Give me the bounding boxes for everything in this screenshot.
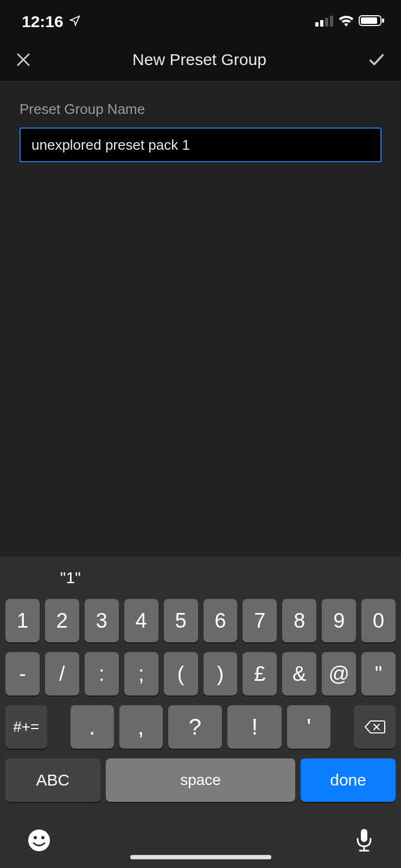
key-comma[interactable]: , xyxy=(119,705,163,749)
key-5[interactable]: 5 xyxy=(164,599,198,642)
status-time: 12:16 xyxy=(22,12,63,31)
svg-rect-14 xyxy=(361,829,367,842)
key-9[interactable]: 9 xyxy=(322,599,356,642)
key-8[interactable]: 8 xyxy=(282,599,316,642)
battery-icon xyxy=(359,15,385,29)
key-semicolon[interactable]: ; xyxy=(124,652,158,695)
key-3[interactable]: 3 xyxy=(85,599,119,642)
key-1[interactable]: 1 xyxy=(5,599,40,642)
key-row-3: #+= . , ? ! ' xyxy=(5,705,396,749)
key-row-2: - / : ; ( ) £ & @ " xyxy=(5,652,396,695)
key-row-1: 1 2 3 4 5 6 7 8 9 0 xyxy=(5,599,396,642)
keyboard: "1" 1 2 3 4 5 6 7 8 9 0 - / : ; ( xyxy=(0,557,401,868)
close-button[interactable] xyxy=(15,52,31,68)
key-at[interactable]: @ xyxy=(322,652,356,695)
svg-point-12 xyxy=(34,836,37,839)
svg-point-13 xyxy=(41,836,44,839)
key-dash[interactable]: - xyxy=(5,652,40,695)
preset-group-name-input[interactable] xyxy=(20,127,381,162)
key-ampersand[interactable]: & xyxy=(282,652,316,695)
svg-rect-6 xyxy=(382,18,384,23)
key-6[interactable]: 6 xyxy=(203,599,238,642)
mic-button[interactable] xyxy=(354,828,374,855)
key-backspace[interactable] xyxy=(354,705,396,749)
svg-point-11 xyxy=(28,829,50,851)
svg-rect-1 xyxy=(320,20,323,27)
svg-rect-0 xyxy=(315,22,319,27)
key-apostrophe[interactable]: ' xyxy=(287,705,330,749)
svg-rect-5 xyxy=(361,17,377,24)
key-7[interactable]: 7 xyxy=(243,599,277,642)
key-4[interactable]: 4 xyxy=(124,599,158,642)
emoji-button[interactable] xyxy=(27,828,51,854)
key-close-paren[interactable]: ) xyxy=(203,652,238,695)
key-exclaim[interactable]: ! xyxy=(227,705,282,749)
key-alt-symbols[interactable]: #+= xyxy=(5,705,47,749)
key-period[interactable]: . xyxy=(71,705,114,749)
wifi-icon xyxy=(338,15,354,29)
key-question[interactable]: ? xyxy=(168,705,222,749)
key-slash[interactable]: / xyxy=(45,652,79,695)
nav-bar: New Preset Group xyxy=(0,38,401,81)
cellular-signal-icon xyxy=(315,15,334,29)
key-pound[interactable]: £ xyxy=(243,652,277,695)
suggestion-1[interactable]: "1" xyxy=(5,569,136,587)
page-title: New Preset Group xyxy=(132,50,266,69)
key-0[interactable]: 0 xyxy=(361,599,396,642)
content-area: Preset Group Name xyxy=(0,81,401,557)
status-bar: 12:16 xyxy=(0,0,401,38)
key-abc[interactable]: ABC xyxy=(5,758,100,802)
home-indicator[interactable] xyxy=(130,855,271,859)
key-colon[interactable]: : xyxy=(85,652,119,695)
key-done[interactable]: done xyxy=(301,758,396,802)
confirm-button[interactable] xyxy=(367,50,386,69)
preset-group-name-label: Preset Group Name xyxy=(20,101,381,118)
key-space[interactable]: space xyxy=(106,758,296,802)
location-arrow-icon xyxy=(69,15,81,29)
key-row-4: ABC space done xyxy=(5,758,396,802)
key-open-paren[interactable]: ( xyxy=(164,652,198,695)
key-quote[interactable]: " xyxy=(361,652,396,695)
suggestion-bar: "1" xyxy=(0,557,401,599)
svg-rect-2 xyxy=(325,18,328,27)
svg-rect-3 xyxy=(330,16,333,27)
key-2[interactable]: 2 xyxy=(45,599,79,642)
